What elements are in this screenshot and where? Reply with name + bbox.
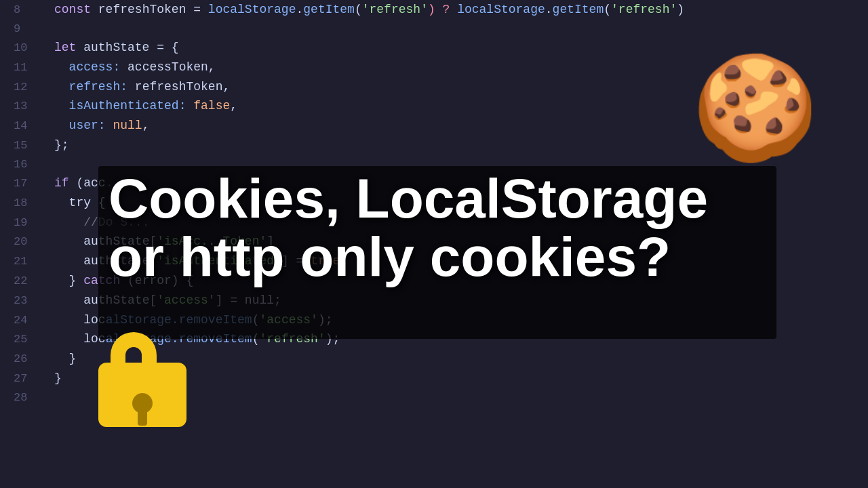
token: localStorage: [457, 3, 545, 16]
line-number: 10: [14, 39, 41, 57]
token: .: [545, 3, 553, 16]
line-number: 28: [14, 388, 41, 407]
line-number: 22: [14, 272, 41, 290]
token: 'refresh': [611, 3, 677, 16]
token: accessToken: [127, 60, 208, 74]
line-number: 16: [14, 155, 41, 174]
line-number: 24: [14, 311, 41, 329]
line-content: access: accessToken,: [54, 58, 216, 77]
line-number: 12: [14, 78, 41, 96]
line-content: const refreshToken = localStorage.getIte…: [54, 0, 684, 20]
token: ,: [208, 60, 216, 74]
line-content: isAuthenticated: false,: [54, 96, 237, 116]
line-content: }: [54, 349, 76, 369]
token: getItem: [303, 3, 355, 16]
line-content: user: null,: [54, 116, 149, 136]
token: l: [54, 313, 91, 327]
line-number: 15: [14, 136, 41, 155]
token: let: [54, 41, 76, 54]
token: false: [193, 99, 230, 113]
line-content: }: [54, 369, 62, 388]
cookie-icon: 🍪: [692, 58, 807, 173]
lock-keyhole: [132, 393, 153, 413]
line-number: 26: [14, 350, 41, 368]
line-number: 20: [14, 232, 41, 251]
token: 'refresh': [362, 3, 428, 16]
token: refreshToken: [135, 80, 223, 94]
line-number: 27: [14, 369, 41, 388]
line-content: };: [54, 136, 69, 155]
line-number: 19: [14, 214, 41, 232]
line-number: 17: [14, 174, 41, 192]
token: ) ?: [428, 3, 457, 16]
token: ,: [222, 80, 230, 94]
token: .: [296, 3, 303, 16]
line-number: 9: [14, 20, 41, 38]
token: getItem: [553, 3, 604, 16]
code-line: 10let authState = {: [0, 38, 868, 58]
token: refreshToken =: [91, 3, 208, 16]
code-line: 9: [0, 20, 868, 38]
token: ): [677, 3, 684, 16]
token: a: [54, 293, 91, 307]
line-number: 8: [14, 1, 41, 19]
token: }: [54, 274, 83, 287]
token: ,: [142, 119, 150, 132]
line-content: let authState = {: [54, 38, 179, 58]
line-number: 13: [14, 97, 41, 115]
token: }: [54, 371, 62, 385]
token: isAuthenticated:: [54, 99, 193, 113]
line-number: 11: [14, 58, 41, 77]
token: };: [54, 138, 69, 152]
token: access:: [54, 60, 127, 74]
token: }: [54, 352, 76, 365]
token: ,: [230, 99, 237, 113]
token: user:: [54, 119, 113, 132]
token: authState = {: [76, 41, 178, 54]
line-number: 21: [14, 252, 41, 270]
line-number: 18: [14, 194, 41, 212]
line-number: 14: [14, 117, 41, 135]
line-number: 23: [14, 291, 41, 310]
lock-icon: [98, 332, 186, 427]
line-number: 25: [14, 330, 41, 348]
code-line: 8const refreshToken = localStorage.getIt…: [0, 0, 868, 20]
token: (: [604, 3, 611, 16]
title-text: Cookies, LocalStorage or http only cooki…: [108, 169, 773, 286]
line-content: refresh: refreshToken,: [54, 77, 230, 97]
token: const: [54, 3, 91, 16]
token: refresh:: [54, 80, 135, 94]
token: if: [54, 176, 69, 190]
token: null: [113, 119, 142, 132]
lock-body: [98, 363, 186, 427]
token: localStorage: [208, 3, 296, 16]
token: (: [355, 3, 362, 16]
